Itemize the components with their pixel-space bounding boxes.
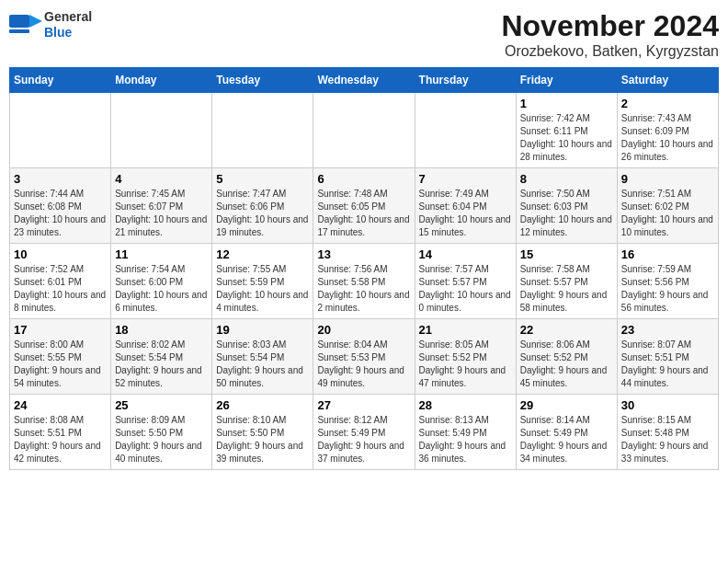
calendar-cell: 26Sunrise: 8:10 AM Sunset: 5:50 PM Dayli… (212, 395, 313, 470)
day-info: Sunrise: 8:09 AM Sunset: 5:50 PM Dayligh… (115, 414, 208, 465)
title-area: November 2024 Orozbekovo, Batken, Kyrgyz… (501, 9, 719, 60)
calendar-cell: 20Sunrise: 8:04 AM Sunset: 5:53 PM Dayli… (313, 319, 415, 395)
day-info: Sunrise: 7:42 AM Sunset: 6:11 PM Dayligh… (520, 112, 613, 164)
calendar-header: SundayMondayTuesdayWednesdayThursdayFrid… (10, 68, 719, 93)
day-number: 24 (14, 398, 107, 412)
day-number: 21 (419, 323, 512, 337)
logo-blue: Blue (44, 25, 92, 40)
day-info: Sunrise: 7:51 AM Sunset: 6:02 PM Dayligh… (621, 188, 714, 239)
day-number: 13 (317, 247, 410, 261)
calendar-cell: 29Sunrise: 8:14 AM Sunset: 5:49 PM Dayli… (516, 395, 617, 470)
weekday-header: Monday (111, 68, 212, 93)
calendar-cell: 8Sunrise: 7:50 AM Sunset: 6:03 PM Daylig… (516, 168, 617, 244)
day-number: 1 (520, 97, 613, 110)
calendar-cell: 28Sunrise: 8:13 AM Sunset: 5:49 PM Dayli… (415, 395, 516, 470)
day-info: Sunrise: 7:56 AM Sunset: 5:58 PM Dayligh… (317, 263, 410, 315)
calendar-cell: 2Sunrise: 7:43 AM Sunset: 6:09 PM Daylig… (617, 93, 718, 168)
calendar-cell (415, 93, 516, 168)
calendar-cell: 21Sunrise: 8:05 AM Sunset: 5:52 PM Dayli… (415, 319, 516, 395)
day-info: Sunrise: 7:55 AM Sunset: 5:59 PM Dayligh… (216, 263, 309, 315)
calendar-cell (111, 93, 212, 168)
day-info: Sunrise: 7:48 AM Sunset: 6:05 PM Dayligh… (317, 188, 410, 239)
calendar-cell: 15Sunrise: 7:58 AM Sunset: 5:57 PM Dayli… (516, 244, 617, 319)
calendar-cell: 22Sunrise: 8:06 AM Sunset: 5:52 PM Dayli… (516, 319, 617, 395)
day-number: 6 (317, 172, 410, 186)
day-number: 19 (216, 323, 309, 337)
svg-rect-2 (9, 29, 29, 33)
weekday-header: Thursday (415, 68, 516, 93)
calendar-cell: 24Sunrise: 8:08 AM Sunset: 5:51 PM Dayli… (10, 395, 111, 470)
day-info: Sunrise: 8:03 AM Sunset: 5:54 PM Dayligh… (216, 339, 309, 390)
day-info: Sunrise: 8:06 AM Sunset: 5:52 PM Dayligh… (520, 339, 613, 390)
calendar-cell: 10Sunrise: 7:52 AM Sunset: 6:01 PM Dayli… (10, 244, 111, 319)
day-number: 16 (621, 247, 714, 261)
calendar-cell: 6Sunrise: 7:48 AM Sunset: 6:05 PM Daylig… (313, 168, 415, 244)
day-info: Sunrise: 8:15 AM Sunset: 5:48 PM Dayligh… (621, 414, 714, 465)
day-info: Sunrise: 7:49 AM Sunset: 6:04 PM Dayligh… (419, 188, 512, 239)
svg-marker-1 (29, 15, 42, 28)
calendar-cell: 4Sunrise: 7:45 AM Sunset: 6:07 PM Daylig… (111, 168, 212, 244)
calendar-cell (313, 93, 415, 168)
day-number: 12 (216, 247, 309, 261)
day-info: Sunrise: 8:02 AM Sunset: 5:54 PM Dayligh… (115, 339, 208, 390)
header: General Blue November 2024 Orozbekovo, B… (9, 9, 719, 60)
day-number: 3 (14, 172, 107, 186)
svg-rect-0 (9, 15, 29, 28)
calendar-cell: 12Sunrise: 7:55 AM Sunset: 5:59 PM Dayli… (212, 244, 313, 319)
calendar-cell: 23Sunrise: 8:07 AM Sunset: 5:51 PM Dayli… (617, 319, 718, 395)
day-number: 18 (115, 323, 208, 337)
weekday-header: Saturday (617, 68, 718, 93)
day-number: 10 (14, 247, 107, 261)
day-info: Sunrise: 8:00 AM Sunset: 5:55 PM Dayligh… (14, 339, 107, 390)
day-info: Sunrise: 8:04 AM Sunset: 5:53 PM Dayligh… (317, 339, 410, 390)
calendar-cell: 18Sunrise: 8:02 AM Sunset: 5:54 PM Dayli… (111, 319, 212, 395)
calendar-cell: 9Sunrise: 7:51 AM Sunset: 6:02 PM Daylig… (617, 168, 718, 244)
logo: General Blue (9, 9, 92, 40)
calendar-cell: 27Sunrise: 8:12 AM Sunset: 5:49 PM Dayli… (313, 395, 415, 470)
day-info: Sunrise: 7:58 AM Sunset: 5:57 PM Dayligh… (520, 263, 613, 315)
day-info: Sunrise: 8:05 AM Sunset: 5:52 PM Dayligh… (419, 339, 512, 390)
calendar-cell: 16Sunrise: 7:59 AM Sunset: 5:56 PM Dayli… (617, 244, 718, 319)
day-number: 30 (621, 398, 714, 412)
calendar-cell: 14Sunrise: 7:57 AM Sunset: 5:57 PM Dayli… (415, 244, 516, 319)
day-info: Sunrise: 7:44 AM Sunset: 6:08 PM Dayligh… (14, 188, 107, 239)
day-number: 2 (621, 97, 714, 110)
day-info: Sunrise: 8:14 AM Sunset: 5:49 PM Dayligh… (520, 414, 613, 465)
day-number: 29 (520, 398, 613, 412)
day-number: 7 (419, 172, 512, 186)
day-number: 25 (115, 398, 208, 412)
day-info: Sunrise: 8:08 AM Sunset: 5:51 PM Dayligh… (14, 414, 107, 465)
weekday-header: Friday (516, 68, 617, 93)
day-number: 20 (317, 323, 410, 337)
day-info: Sunrise: 7:59 AM Sunset: 5:56 PM Dayligh… (621, 263, 714, 315)
day-info: Sunrise: 7:47 AM Sunset: 6:06 PM Dayligh… (216, 188, 309, 239)
day-number: 23 (621, 323, 714, 337)
calendar-cell: 25Sunrise: 8:09 AM Sunset: 5:50 PM Dayli… (111, 395, 212, 470)
day-info: Sunrise: 8:10 AM Sunset: 5:50 PM Dayligh… (216, 414, 309, 465)
logo-general: General (44, 9, 92, 25)
day-number: 15 (520, 247, 613, 261)
day-info: Sunrise: 7:54 AM Sunset: 6:00 PM Dayligh… (115, 263, 208, 315)
weekday-header: Wednesday (313, 68, 415, 93)
calendar-cell: 13Sunrise: 7:56 AM Sunset: 5:58 PM Dayli… (313, 244, 415, 319)
day-number: 28 (419, 398, 512, 412)
calendar-cell: 1Sunrise: 7:42 AM Sunset: 6:11 PM Daylig… (516, 93, 617, 168)
day-number: 27 (317, 398, 410, 412)
day-number: 14 (419, 247, 512, 261)
calendar-cell: 30Sunrise: 8:15 AM Sunset: 5:48 PM Dayli… (617, 395, 718, 470)
calendar-table: SundayMondayTuesdayWednesdayThursdayFrid… (9, 67, 719, 470)
day-number: 8 (520, 172, 613, 186)
day-info: Sunrise: 8:07 AM Sunset: 5:51 PM Dayligh… (621, 339, 714, 390)
month-title: November 2024 (501, 9, 719, 43)
day-info: Sunrise: 8:12 AM Sunset: 5:49 PM Dayligh… (317, 414, 410, 465)
calendar-cell (10, 93, 111, 168)
day-info: Sunrise: 7:50 AM Sunset: 6:03 PM Dayligh… (520, 188, 613, 239)
day-info: Sunrise: 7:52 AM Sunset: 6:01 PM Dayligh… (14, 263, 107, 315)
day-number: 9 (621, 172, 714, 186)
day-info: Sunrise: 7:45 AM Sunset: 6:07 PM Dayligh… (115, 188, 208, 239)
location: Orozbekovo, Batken, Kyrgyzstan (501, 43, 719, 60)
calendar-cell (212, 93, 313, 168)
calendar-cell: 19Sunrise: 8:03 AM Sunset: 5:54 PM Dayli… (212, 319, 313, 395)
day-number: 4 (115, 172, 208, 186)
calendar-cell: 11Sunrise: 7:54 AM Sunset: 6:00 PM Dayli… (111, 244, 212, 319)
